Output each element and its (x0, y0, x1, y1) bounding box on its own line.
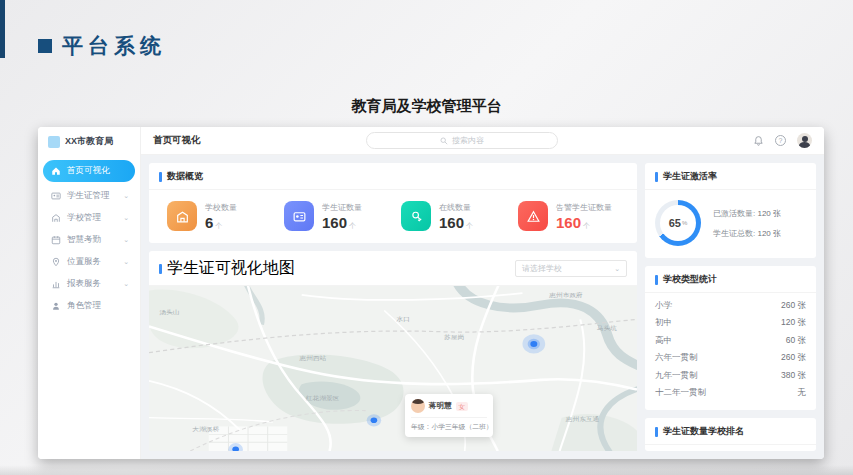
sidebar-item-label: 报表服务 (67, 278, 101, 290)
chevron-down-icon: ⌄ (123, 214, 129, 222)
online-count-icon (401, 201, 431, 231)
search-icon (440, 137, 448, 145)
map-label: 水口 (397, 316, 410, 323)
sidebar: XX市教育局 首页可视化 学生证管理 ⌄ (38, 127, 141, 459)
sidebar-item-home-visualization[interactable]: 首页可视化 (43, 160, 135, 182)
sidebar-item-attendance[interactable]: 智慧考勤 ⌄ (43, 230, 135, 250)
card-title: 学生证数量学校排名 (663, 425, 744, 438)
activation-rate-card: 学生证激活率 65% 已激活数量: 120 张 学生证总数: 120 张 (645, 163, 816, 258)
stat-student-cards: 学生证数量 160个 (276, 201, 393, 231)
student-marker[interactable] (367, 414, 381, 426)
table-row: 龙岗一中260 张 (655, 449, 806, 451)
dashboard-window: XX市教育局 首页可视化 学生证管理 ⌄ (38, 127, 824, 459)
brand: XX市教育局 (38, 127, 140, 154)
student-popup-header: 蒋明慧 女 (411, 399, 487, 418)
dashboard-content: 数据概览 学校数量 6个 (141, 155, 824, 459)
title-bullet-square (38, 39, 52, 53)
card-title: 学校类型统计 (663, 273, 717, 286)
sidebar-item-label: 智慧考勤 (67, 234, 101, 246)
accent-bar (159, 172, 162, 182)
table-row: 九年一贯制380 张 (655, 367, 806, 385)
activation-donut-chart: 65% (655, 200, 701, 246)
chevron-down-icon: ⌄ (123, 236, 129, 244)
stat-label: 学校数量 (205, 202, 237, 213)
table-row: 初中120 张 (655, 315, 806, 333)
student-popup[interactable]: 蒋明慧 女 年级：小学三年级（二班） (405, 394, 493, 437)
left-column: 数据概览 学校数量 6个 (149, 163, 637, 451)
sidebar-item-location[interactable]: 位置服务 ⌄ (43, 252, 135, 272)
data-overview-card: 数据概览 学校数量 6个 (149, 163, 637, 243)
bell-icon[interactable] (752, 135, 764, 147)
map-label: 大湖溪桥 (192, 425, 219, 432)
school-count-icon (167, 201, 197, 231)
sidebar-item-roles[interactable]: 角色管理 (43, 296, 135, 316)
user-icon (51, 301, 61, 311)
city-map: 汤头山 惠州西站 惠州市政府 水口 苏屋岗 红花湖景区 惠州学院 大湖溪桥 惠州… (149, 286, 637, 451)
ranking-list: 龙岗一中260 张 惠州市第一中学120 张 第一小学60 张 (645, 445, 816, 451)
ranking-header: 学生证数量学校排名 (645, 418, 816, 445)
school-select-dropdown[interactable]: 请选择学校 ⌄ (515, 260, 627, 277)
activation-body: 65% 已激活数量: 120 张 学生证总数: 120 张 (645, 190, 816, 258)
map-label: 苏屋岗 (444, 333, 464, 340)
card-title: 学生证可视化地图 (167, 258, 295, 279)
alert-warning-icon (518, 201, 548, 231)
stat-value: 6个 (205, 215, 237, 230)
topbar-icons: ? (752, 133, 812, 148)
report-chart-icon (51, 279, 61, 289)
student-avatar (411, 399, 425, 413)
stat-label: 学生证数量 (322, 202, 362, 213)
school-type-list: 小学260 张 初中120 张 高中60 张 六年一贯制260 张 九年一贯制3… (645, 293, 816, 410)
stat-alerts: 告警学生证数量 160个 (510, 201, 627, 231)
id-card-count-icon (284, 201, 314, 231)
card-title: 数据概览 (167, 170, 203, 183)
student-name: 蒋明慧 (429, 401, 452, 411)
calendar-icon (51, 235, 61, 245)
right-column: 学生证激活率 65% 已激活数量: 120 张 学生证总数: 120 张 (645, 163, 816, 451)
chevron-down-icon: ⌄ (123, 280, 129, 288)
table-row: 小学260 张 (655, 297, 806, 315)
sidebar-item-label: 学校管理 (67, 212, 101, 224)
chevron-down-icon: ⌄ (123, 192, 129, 200)
school-type-header: 学校类型统计 (645, 266, 816, 293)
sidebar-nav: 首页可视化 学生证管理 ⌄ 学校管理 ⌄ (38, 154, 140, 324)
sidebar-item-label: 位置服务 (67, 256, 101, 268)
accent-bar (655, 275, 658, 285)
school-icon (51, 213, 61, 223)
sidebar-item-label: 首页可视化 (67, 165, 110, 177)
school-ranking-card: 学生证数量学校排名 龙岗一中260 张 惠州市第一中学120 张 (645, 418, 816, 451)
map-label: 惠州市政府 (548, 292, 583, 298)
sidebar-item-school-mgmt[interactable]: 学校管理 ⌄ (43, 208, 135, 228)
sidebar-item-label: 角色管理 (67, 300, 101, 312)
activation-header: 学生证激活率 (645, 163, 816, 190)
accent-bar (655, 427, 658, 437)
stat-online: 在线数量 160个 (393, 201, 510, 231)
help-icon[interactable]: ? (775, 135, 786, 146)
location-icon (51, 257, 61, 267)
topbar: 首页可视化 搜索内容 ? (141, 127, 824, 155)
breadcrumb: 首页可视化 (153, 134, 201, 147)
slide-title-text: 平台系统 (62, 32, 166, 60)
student-marker[interactable] (522, 334, 545, 353)
student-grade: 年级：小学三年级（二班） (411, 418, 487, 432)
id-card-icon (51, 191, 61, 201)
user-avatar[interactable] (797, 133, 812, 148)
sidebar-item-reports[interactable]: 报表服务 ⌄ (43, 274, 135, 294)
map-label: 惠州东互通 (565, 416, 600, 422)
select-placeholder: 请选择学校 (522, 263, 562, 274)
chevron-down-icon: ⌄ (614, 265, 620, 273)
brand-name: XX市教育局 (65, 135, 113, 148)
stat-value: 160个 (439, 215, 473, 230)
accent-bar (655, 172, 658, 182)
activated-count: 已激活数量: 120 张 (713, 208, 781, 219)
table-row: 高中60 张 (655, 332, 806, 350)
main-area: 首页可视化 搜索内容 ? (141, 127, 824, 459)
activation-percent: 65 (669, 217, 681, 229)
slide-left-accent (0, 0, 5, 58)
gender-badge: 女 (456, 402, 469, 411)
slide-subtitle: 教育局及学校管理平台 (0, 97, 853, 116)
map-viewport[interactable]: 汤头山 惠州西站 惠州市政府 水口 苏屋岗 红花湖景区 惠州学院 大湖溪桥 惠州… (149, 286, 637, 451)
search-input[interactable]: 搜索内容 (366, 132, 558, 149)
search-placeholder: 搜索内容 (452, 135, 484, 146)
sidebar-item-student-card[interactable]: 学生证管理 ⌄ (43, 186, 135, 206)
stat-schools: 学校数量 6个 (159, 201, 276, 231)
